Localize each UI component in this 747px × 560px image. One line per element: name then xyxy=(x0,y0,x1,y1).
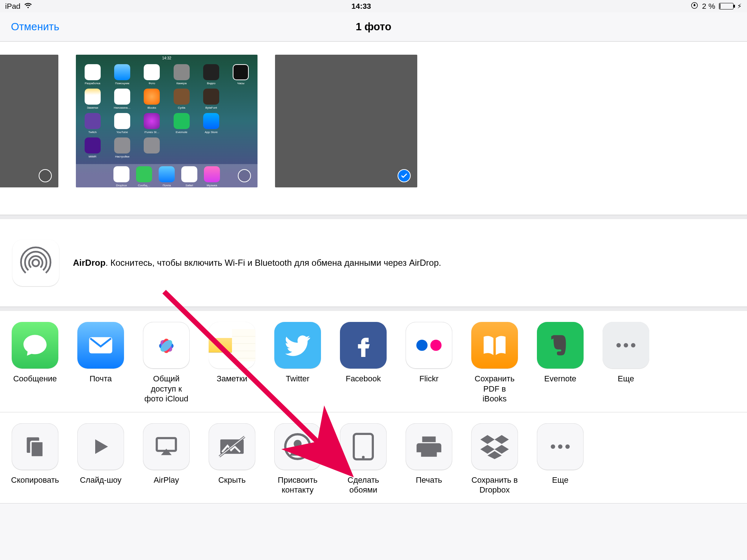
selection-indicator-unselected[interactable] xyxy=(39,169,52,182)
share-label: Evernote xyxy=(544,374,576,393)
action-dropbox-button[interactable]: Сохранить в Dropbox xyxy=(471,423,519,495)
rotation-lock-icon xyxy=(690,1,698,11)
share-label: Сохранить PDF в iBooks xyxy=(471,374,519,404)
svg-point-16 xyxy=(631,343,635,347)
action-label: Скопировать xyxy=(11,475,59,495)
share-evernote-button[interactable]: Evernote xyxy=(536,322,584,404)
action-label: Присвоить контакту xyxy=(274,475,322,495)
share-label: Заметки xyxy=(217,374,247,393)
share-label: Общий доступ к фото iCloud xyxy=(142,374,190,404)
airdrop-title: AirDrop xyxy=(73,258,105,268)
share-label: Twitter xyxy=(286,374,310,393)
battery-icon xyxy=(719,3,734,9)
share-messages-button[interactable]: Сообщение xyxy=(11,322,59,404)
svg-point-14 xyxy=(616,343,621,347)
status-bar: iPad 14:33 2 % ⚡︎ xyxy=(0,0,747,12)
share-flickr-button[interactable]: Flickr xyxy=(405,322,453,404)
action-label: Скрыть xyxy=(218,475,245,495)
svg-point-28 xyxy=(558,444,562,449)
svg-point-27 xyxy=(551,444,555,449)
share-label: Почта xyxy=(89,374,112,393)
svg-point-29 xyxy=(565,444,570,449)
photo-thumbnail[interactable] xyxy=(275,55,417,187)
share-notes-button[interactable]: Заметки xyxy=(208,322,256,404)
homescreen-dock: Dropbox Сообщ… Почта Safari Музыка xyxy=(76,164,258,187)
nav-header: Отменить 1 фото xyxy=(0,12,747,42)
share-label: Сообщение xyxy=(13,374,57,393)
airdrop-section[interactable]: AirDrop. Коснитесь, чтобы включить Wi‑Fi… xyxy=(0,215,747,307)
share-label: Facebook xyxy=(346,374,381,393)
action-airplay-button[interactable]: AirPlay xyxy=(142,423,190,495)
svg-point-24 xyxy=(294,440,302,448)
airdrop-icon xyxy=(12,240,59,286)
action-label: Слайд-шоу xyxy=(80,475,121,495)
share-facebook-button[interactable]: Facebook xyxy=(339,322,387,404)
battery-percent: 2 % xyxy=(702,2,715,11)
action-wallpaper-button[interactable]: Сделать обоями xyxy=(339,423,387,495)
photo-thumbnail[interactable] xyxy=(0,55,58,187)
device-label: iPad xyxy=(5,2,20,11)
clock: 14:33 xyxy=(352,2,371,11)
share-ibooks-button[interactable]: Сохранить PDF в iBooks xyxy=(471,322,519,404)
selection-indicator-selected[interactable] xyxy=(398,169,411,182)
wifi-icon xyxy=(24,1,32,11)
action-row[interactable]: Скопировать Слайд-шоу AirPlay Скрыть При… xyxy=(0,412,747,503)
share-mail-button[interactable]: Почта xyxy=(77,322,125,404)
cancel-button[interactable]: Отменить xyxy=(11,21,59,33)
svg-rect-25 xyxy=(354,434,373,459)
action-label: Сделать обоями xyxy=(339,475,387,495)
svg-point-15 xyxy=(624,343,628,347)
photo-strip[interactable]: 14:32 Разработка Помощник Фото Камера Ви… xyxy=(0,42,747,215)
action-label: Еще xyxy=(552,475,569,495)
app-share-row[interactable]: Сообщение Почта Общий доступ к фото iClo… xyxy=(0,311,747,412)
action-label: Сохранить в Dropbox xyxy=(471,475,519,495)
action-copy-button[interactable]: Скопировать xyxy=(11,423,59,495)
action-assign-contact-button[interactable]: Присвоить контакту xyxy=(274,423,322,495)
svg-point-1 xyxy=(32,260,39,266)
svg-point-26 xyxy=(362,456,365,459)
share-icloud-photos-button[interactable]: Общий доступ к фото iCloud xyxy=(142,322,190,404)
share-more-button[interactable]: Еще xyxy=(602,322,650,404)
share-label: Еще xyxy=(618,374,634,393)
homescreen-status: 14:32 xyxy=(76,55,258,61)
homescreen-grid: Разработка Помощник Фото Камера Видео Ча… xyxy=(76,61,258,158)
action-hide-button[interactable]: Скрыть xyxy=(208,423,256,495)
page-title: 1 фото xyxy=(356,21,391,33)
action-label: AirPlay xyxy=(154,475,179,495)
action-print-button[interactable]: Печать xyxy=(405,423,453,495)
airdrop-description: . Коснитесь, чтобы включить Wi‑Fi и Blue… xyxy=(105,258,441,268)
action-slideshow-button[interactable]: Слайд-шоу xyxy=(77,423,125,495)
action-more-button[interactable]: Еще xyxy=(536,423,584,495)
action-label: Печать xyxy=(416,475,442,495)
svg-rect-18 xyxy=(31,441,43,457)
svg-point-13 xyxy=(430,340,442,351)
selection-indicator-unselected[interactable] xyxy=(238,169,251,182)
share-label: Flickr xyxy=(419,374,439,393)
svg-point-12 xyxy=(416,340,427,351)
share-twitter-button[interactable]: Twitter xyxy=(274,322,322,404)
share-sheet-rows: Сообщение Почта Общий доступ к фото iClo… xyxy=(0,307,747,503)
charging-icon: ⚡︎ xyxy=(737,2,742,10)
photo-thumbnail[interactable]: 14:32 Разработка Помощник Фото Камера Ви… xyxy=(76,55,258,187)
airdrop-text: AirDrop. Коснитесь, чтобы включить Wi‑Fi… xyxy=(73,258,441,268)
